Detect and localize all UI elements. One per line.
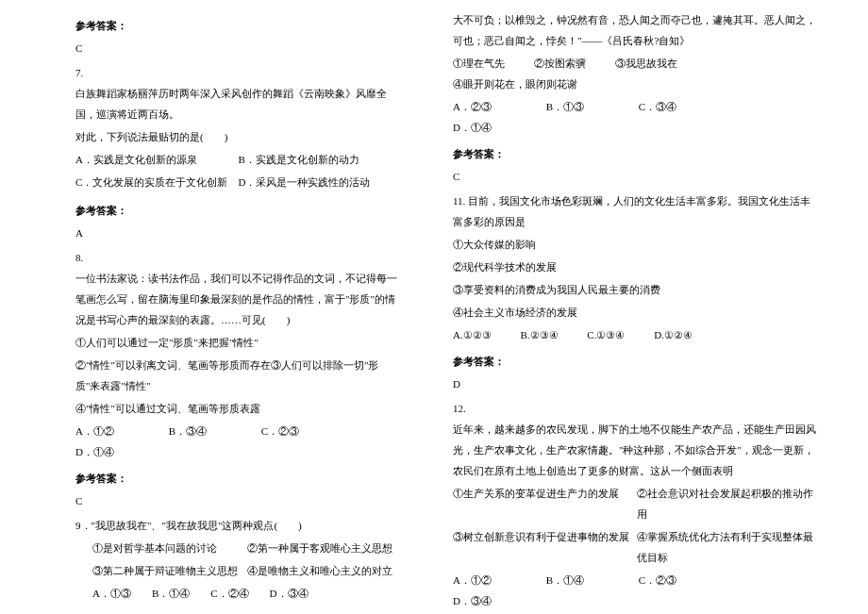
left-column: 参考答案： C 7. 白族舞蹈家杨丽萍历时两年深入采风创作的舞蹈《云南映象》风靡…	[0, 9, 434, 605]
q12-stmt-3: ③树立创新意识有利于促进事物的发展	[453, 526, 637, 568]
q11-stmt-3: ③享受资料的消费成为我国人民最主要的消费	[453, 279, 821, 300]
q9-stmt-1: ①是对哲学基本问题的讨论	[92, 538, 247, 558]
q11-opt-c: C.①③④	[587, 324, 625, 345]
q10-stmt-1: ①理在气先	[453, 53, 505, 74]
q7-opt-c: C．文化发展的实质在于文化创新	[75, 172, 239, 192]
q12-options: A．①② B．①④ C．②③ D．③④	[453, 570, 821, 611]
ref-answer-label: 参考答案：	[75, 609, 401, 614]
q8-stmt-3: ④"情性"可以通过文词、笔画等形质表露	[75, 398, 401, 419]
q11-stmt-1: ①大众传媒的影响	[453, 234, 821, 255]
q10-text-2: 大不可负；以椎毁之，钟况然有音，恐人闻之而夺己也，遽掩其耳。恶人闻之，可也；恶己…	[453, 9, 821, 51]
q10-opt-b: B．①③	[546, 96, 584, 117]
q11-stmt-4: ④社会主义市场经济的发展	[453, 302, 821, 323]
q7-text-1: 白族舞蹈家杨丽萍历时两年深入采风创作的舞蹈《云南映象》风靡全国，巡演将近两百场。	[75, 83, 401, 124]
right-column: 大不可负；以椎毁之，钟况然有音，恐人闻之而夺己也，遽掩其耳。恶人闻之，可也；恶己…	[434, 9, 868, 605]
q12-text-1: 近年来，越来越多的农民发现，脚下的土地不仅能生产农产品，还能生产田园风光，生产农…	[453, 419, 821, 481]
q8-options: A．①② B．③④ C．②③ D．①④	[75, 421, 401, 462]
q11-options: A.①②③ B.②③④ C.①③④ D.①②④	[453, 324, 821, 345]
q7-options: A．实践是文化创新的源泉 B．实践是文化创新的动力 C．文化发展的实质在于文化创…	[75, 149, 401, 194]
answer-7: A	[75, 223, 401, 243]
ref-answer-label: 参考答案：	[75, 15, 401, 36]
q10-statements: ①理在气先 ②按图索骥 ③我思故我在 ④眼开则花在，眼闭则花谢	[453, 53, 821, 94]
q7-opt-d: D．采风是一种实践性的活动	[239, 172, 402, 192]
q9-stmt-4: ④是唯物主义和唯心主义的对立	[247, 560, 402, 581]
q10-opt-c: C．③④	[639, 96, 676, 117]
q10-options: A．②③ B．①③ C．③④ D．①④	[453, 96, 821, 138]
q8-opt-a: A．①②	[75, 421, 114, 441]
q12-stmt-2: ②社会意识对社会发展起积极的推动作用	[637, 483, 821, 524]
q7-opt-b: B．实践是文化创新的动力	[239, 149, 402, 170]
q8-number: 8.	[75, 247, 401, 268]
q8-stmt-2: ②"情性"可以剥离文词、笔画等形质而存在③人们可以排除一切"形质"来表露"情性"	[75, 355, 401, 396]
q11-text-1: 11. 目前，我国文化市场色彩斑斓，人们的文化生活丰富多彩。我国文化生活丰富多彩…	[453, 191, 821, 232]
q12-opt-a: A．①②	[453, 570, 492, 590]
q12-opt-d: D．③④	[453, 590, 492, 611]
answer-6: C	[75, 38, 401, 58]
ref-answer-label: 参考答案：	[75, 468, 401, 489]
q12-stmt-1: ①生产关系的变革促进生产力的发展	[453, 483, 637, 524]
q10-opt-d: D．①④	[453, 117, 492, 138]
q10-stmt-4: ④眼开则花在，眼闭则花谢	[453, 74, 577, 94]
q11-stmt-2: ②现代科学技术的发展	[453, 257, 821, 277]
q7-number: 7.	[75, 62, 401, 83]
q11-opt-a: A.①②③	[453, 324, 492, 345]
q8-opt-b: B．③④	[169, 421, 207, 441]
ref-answer-label: 参考答案：	[453, 351, 821, 372]
q11-opt-d: D.①②④	[654, 324, 693, 345]
q8-stmt-1: ①人们可以通过一定"形质"来把握"情性"	[75, 332, 401, 353]
q8-text-1: 一位书法家说：读书法作品，我们可以不记得作品的文词，不记得每一笔画怎么写，留在脑…	[75, 268, 401, 330]
q8-opt-c: C．②③	[261, 421, 299, 441]
q9-stmt-2: ②第一种属于客观唯心主义思想	[247, 538, 402, 558]
q7-opt-a: A．实践是文化创新的源泉	[75, 149, 239, 170]
q10-opt-a: A．②③	[453, 96, 492, 117]
q10-stmt-2: ②按图索骥	[534, 53, 586, 74]
ref-answer-label: 参考答案：	[453, 143, 821, 164]
q12-opt-b: B．①④	[546, 570, 584, 590]
q7-text-2: 对此，下列说法最贴切的是( )	[75, 126, 401, 147]
answer-10: C	[453, 166, 821, 187]
q11-opt-b: B.②③④	[520, 324, 558, 345]
q9-options: A．①③ B．①④ C．②④ D．③④	[75, 583, 401, 604]
q9-text-1: 9．"我思故我在"、"我在故我思"这两种观点( )	[75, 515, 401, 536]
q12-stmt-4: ④掌握系统优化方法有利于实现整体最优目标	[637, 526, 821, 568]
q9-stmt-3: ③第二种属于辩证唯物主义思想	[92, 560, 247, 581]
ref-answer-label: 参考答案：	[75, 200, 401, 221]
q9-statements: ①是对哲学基本问题的讨论 ②第一种属于客观唯心主义思想 ③第二种属于辩证唯物主义…	[75, 538, 401, 583]
q12-opt-c: C．②③	[639, 570, 676, 590]
answer-8: C	[75, 490, 401, 511]
q12-number: 12.	[453, 398, 821, 419]
q12-statements: ①生产关系的变革促进生产力的发展 ②社会意识对社会发展起积极的推动作用 ③树立创…	[453, 483, 821, 570]
answer-11: D	[453, 373, 821, 394]
q8-opt-d: D．①④	[75, 441, 114, 462]
q10-stmt-3: ③我思故我在	[615, 53, 677, 74]
